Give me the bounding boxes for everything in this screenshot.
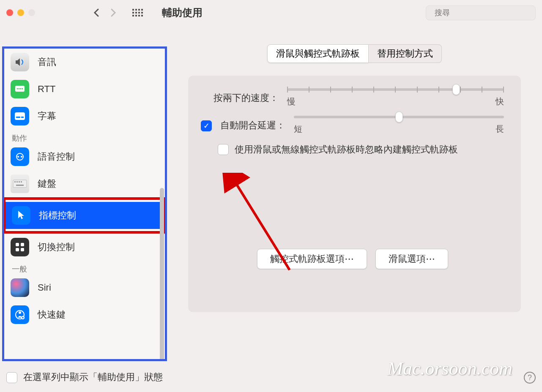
sidebar-item-siri[interactable]: Siri [4, 274, 165, 301]
spring-delay-label: 自動開合延遲： [220, 119, 285, 132]
svg-rect-17 [21, 181, 22, 182]
svg-rect-8 [16, 117, 20, 118]
svg-rect-21 [16, 248, 19, 251]
sidebar-item-label: 字幕 [38, 110, 56, 122]
search-field[interactable] [426, 5, 536, 20]
slider-max-label: 長 [495, 123, 504, 135]
footer: 在選單列中顯示「輔助使用」狀態 [6, 371, 163, 384]
sidebar-item-keyboard[interactable]: 鍵盤 [4, 170, 165, 197]
siri-icon [11, 278, 29, 297]
svg-point-6 [22, 88, 23, 90]
sidebar-item-label: RTT [38, 84, 55, 95]
tab-mouse-trackpad[interactable]: 滑鼠與觸控式軌跡板 [267, 44, 369, 63]
sidebar-item-label: 鍵盤 [38, 177, 56, 190]
ignore-trackpad-label: 使用滑鼠或無線觸控式軌跡板時忽略內建觸控式軌跡板 [235, 143, 458, 156]
sidebar-item-switch-control[interactable]: 切換控制 [4, 234, 165, 261]
svg-rect-9 [21, 117, 24, 118]
scrollbar[interactable] [160, 188, 164, 359]
svg-rect-2 [15, 86, 25, 92]
speaker-icon [11, 53, 29, 71]
sidebar-item-label: 快速鍵 [38, 308, 66, 321]
sidebar: 音訊 RTT 字幕 動作 語音控制 [2, 46, 167, 361]
double-click-speed-slider[interactable]: 慢 快 [287, 88, 504, 107]
search-input[interactable] [435, 8, 533, 17]
svg-rect-19 [16, 243, 19, 246]
svg-point-4 [19, 88, 20, 90]
pointer-icon [12, 206, 30, 225]
spring-delay-checkbox[interactable]: ✓ [201, 120, 212, 131]
forward-button[interactable] [107, 6, 120, 19]
watermark: Mac.orsoon.com [387, 358, 512, 379]
mouse-options-button[interactable]: 滑鼠選項⋯ [375, 249, 448, 269]
sidebar-item-label: 音訊 [38, 56, 56, 68]
sidebar-item-label: 語音控制 [38, 150, 75, 163]
slider-max-label: 快 [495, 96, 504, 107]
svg-rect-16 [19, 181, 20, 182]
sidebar-item-voice-control[interactable]: 語音控制 [4, 143, 165, 170]
show-in-menubar-checkbox[interactable] [6, 372, 17, 383]
svg-rect-14 [14, 181, 16, 182]
sidebar-item-pointer-control[interactable]: 指標控制 [5, 202, 164, 229]
svg-point-11 [17, 156, 19, 158]
zoom-window-button[interactable] [28, 9, 35, 16]
show-all-icon[interactable] [132, 9, 143, 16]
svg-point-3 [17, 88, 18, 90]
sidebar-item-audio[interactable]: 音訊 [4, 49, 165, 76]
tab-bar: 滑鼠與觸控式軌跡板 替用控制方式 [188, 44, 521, 63]
svg-rect-7 [15, 112, 25, 120]
sidebar-item-captions[interactable]: 字幕 [4, 103, 165, 130]
double-click-speed-label: 按兩下的速度： [214, 92, 279, 104]
sidebar-item-label: 切換控制 [38, 241, 75, 253]
sidebar-selection-highlight: 指標控制 [4, 197, 165, 234]
svg-point-24 [19, 311, 21, 314]
spring-delay-slider[interactable]: 短 長 [294, 116, 504, 135]
switch-control-icon [11, 238, 29, 256]
settings-panel: 按兩下的速度： 慢 快 ✓ 自動開合延遲： [188, 76, 521, 312]
sidebar-item-label: Siri [38, 282, 51, 293]
sidebar-item-rtt[interactable]: RTT [4, 76, 165, 103]
svg-rect-15 [16, 181, 18, 182]
shortcut-icon [11, 305, 29, 324]
slider-min-label: 短 [294, 123, 302, 135]
window-title: 輔助使用 [162, 6, 203, 19]
sidebar-item-shortcut[interactable]: 快速鍵 [4, 301, 165, 328]
svg-rect-20 [21, 243, 24, 246]
voice-control-icon [11, 147, 29, 166]
section-header-general: 一般 [4, 261, 165, 274]
trackpad-options-button[interactable]: 觸控式軌跡板選項⋯ [257, 249, 367, 269]
toolbar: 輔助使用 [0, 0, 542, 25]
svg-rect-22 [21, 248, 24, 251]
back-button[interactable] [90, 6, 103, 19]
tab-alternate-control[interactable]: 替用控制方式 [369, 44, 442, 63]
sidebar-item-label: 指標控制 [39, 209, 76, 222]
ignore-trackpad-checkbox[interactable] [218, 144, 229, 155]
close-window-button[interactable] [6, 9, 13, 16]
svg-point-5 [20, 88, 22, 90]
window-controls [6, 9, 35, 16]
caption-icon [11, 107, 29, 125]
svg-rect-13 [13, 180, 27, 188]
rtt-icon [11, 80, 29, 98]
section-header-actions: 動作 [4, 130, 165, 143]
show-in-menubar-label: 在選單列中顯示「輔助使用」狀態 [23, 371, 163, 384]
minimize-window-button[interactable] [17, 9, 24, 16]
slider-min-label: 慢 [287, 96, 296, 107]
help-button[interactable]: ? [524, 372, 536, 384]
svg-point-12 [21, 156, 22, 158]
svg-rect-18 [16, 185, 24, 186]
keyboard-icon [11, 174, 29, 193]
content-pane: 滑鼠與觸控式軌跡板 替用控制方式 按兩下的速度： 慢 快 [167, 25, 542, 367]
